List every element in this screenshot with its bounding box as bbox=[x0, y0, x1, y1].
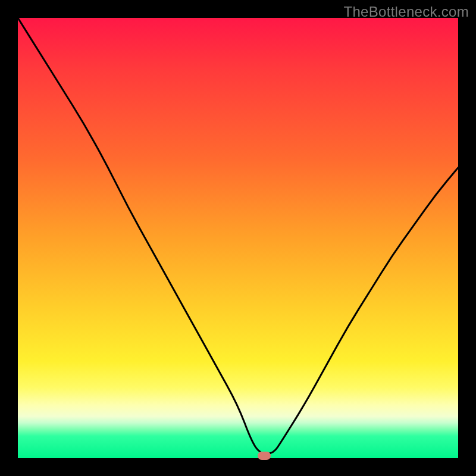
bottleneck-minimum-marker bbox=[258, 452, 271, 460]
watermark-text: TheBottleneck.com bbox=[343, 4, 469, 20]
plot-gradient-background bbox=[18, 18, 458, 458]
chart-frame: TheBottleneck.com bbox=[0, 0, 476, 476]
